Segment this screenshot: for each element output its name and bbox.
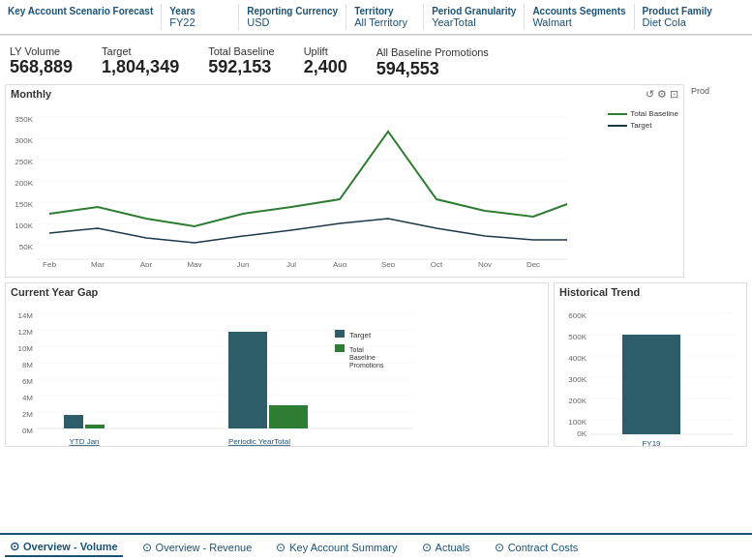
svg-text:Target: Target: [349, 331, 372, 339]
svg-rect-50: [335, 344, 345, 352]
bottom-charts: Current Year Gap 14M 12M 10M 8M 6M 4M 2M…: [0, 282, 752, 447]
kpi-target-value: 1,804,349: [102, 57, 179, 77]
svg-text:YTD Jan: YTD Jan: [69, 437, 99, 446]
svg-text:Apr: Apr: [140, 260, 153, 267]
filter-territory[interactable]: Territory All Territory: [346, 4, 424, 30]
svg-text:50K: 50K: [19, 243, 34, 251]
svg-rect-42: [64, 415, 83, 428]
svg-text:Sep: Sep: [381, 260, 396, 267]
kpi-baseline-label: Total Baseline: [208, 45, 275, 57]
svg-text:Promotions: Promotions: [349, 362, 384, 368]
monthly-chart[interactable]: Monthly ↺ ⚙ ⊡ Total Baseline Target 350K…: [5, 84, 684, 278]
svg-text:Total: Total: [349, 346, 364, 353]
filter-territory-value[interactable]: All Territory: [354, 16, 415, 28]
tab-key-account-summary-label[interactable]: Key Account Summary: [289, 542, 397, 553]
svg-rect-45: [269, 405, 308, 428]
tab-contract-costs-icon: ⊙: [495, 541, 504, 554]
tab-key-account-summary[interactable]: ⊙ Key Account Summary: [271, 539, 402, 556]
svg-text:14M: 14M: [17, 311, 33, 320]
svg-text:300K: 300K: [15, 136, 33, 145]
svg-rect-44: [228, 332, 267, 428]
svg-rect-67: [622, 335, 680, 434]
filter-period[interactable]: Period Granularity YearTotal: [424, 4, 525, 30]
svg-rect-43: [85, 425, 105, 428]
filter-years-value[interactable]: FY22: [169, 16, 230, 28]
gap-chart[interactable]: Current Year Gap 14M 12M 10M 8M 6M 4M 2M…: [5, 282, 549, 447]
trend-chart[interactable]: Historical Trend 600K 500K 400K 300K 200…: [554, 282, 747, 447]
filter-product-value[interactable]: Diet Cola: [643, 16, 743, 28]
svg-text:FY19: FY19: [642, 439, 661, 448]
kpi-ly-volume: LY Volume 568,889: [10, 45, 73, 79]
svg-text:200K: 200K: [15, 179, 33, 188]
tab-overview-revenue-label[interactable]: Overview - Revenue: [156, 542, 253, 553]
svg-text:350K: 350K: [15, 115, 33, 124]
kpi-uplift-label: Uplift: [304, 45, 347, 57]
tab-actuals[interactable]: ⊙ Actuals: [417, 539, 475, 556]
svg-text:6M: 6M: [22, 377, 33, 386]
filter-currency[interactable]: Reporting Currency USD: [239, 4, 346, 30]
svg-text:May: May: [187, 260, 201, 267]
chart-icons[interactable]: ↺ ⚙ ⊡: [646, 88, 678, 101]
settings-icon[interactable]: ⚙: [657, 88, 667, 101]
tab-overview-revenue-icon: ⊙: [142, 541, 152, 554]
monthly-chart-title: Monthly: [6, 85, 683, 103]
gap-chart-title: Current Year Gap: [6, 283, 548, 301]
chart-legend: Total Baseline Target: [608, 109, 678, 133]
svg-rect-48: [335, 330, 345, 338]
filter-currency-label[interactable]: Reporting Currency: [247, 6, 338, 16]
svg-text:100K: 100K: [568, 418, 587, 427]
expand-icon[interactable]: ⊡: [670, 88, 678, 101]
kpi-all-baseline: All Baseline Promotions 594,553: [376, 45, 489, 79]
kpi-all-baseline-label: All Baseline Promotions: [376, 45, 489, 59]
filter-scenario[interactable]: Key Account Scenario Forecast: [0, 4, 162, 30]
kpi-baseline-value: 592,153: [208, 57, 275, 77]
filter-years[interactable]: Years FY22: [162, 4, 239, 30]
kpi-baseline: Total Baseline 592,153: [208, 45, 275, 79]
legend-target-label: Target: [630, 121, 651, 130]
svg-text:0K: 0K: [577, 429, 587, 438]
kpi-target: Target 1,804,349: [102, 45, 179, 79]
filter-years-label[interactable]: Years: [169, 6, 230, 16]
svg-text:Baseline: Baseline: [349, 354, 376, 361]
svg-text:8M: 8M: [22, 361, 33, 369]
tab-key-account-summary-icon: ⊙: [276, 541, 286, 554]
legend-baseline: Total Baseline: [608, 109, 678, 118]
kpi-uplift-value: 2,400: [304, 57, 347, 77]
legend-target: Target: [608, 121, 678, 130]
svg-text:Oct: Oct: [431, 260, 443, 267]
svg-text:Jul: Jul: [286, 260, 296, 267]
tab-contract-costs-label[interactable]: Contract Costs: [508, 542, 579, 553]
svg-text:400K: 400K: [568, 354, 587, 363]
filter-accounts[interactable]: Accounts Segments Walmart: [525, 4, 634, 30]
kpi-all-baseline-value: 594,553: [376, 59, 489, 79]
filter-territory-label[interactable]: Territory: [354, 6, 415, 16]
filter-period-value[interactable]: YearTotal: [432, 16, 516, 28]
filter-accounts-label[interactable]: Accounts Segments: [532, 6, 625, 16]
filter-product[interactable]: Product Family Diet Cola: [635, 4, 751, 30]
monthly-chart-svg: 350K 300K 250K 200K 150K 100K 50K Feb Ma…: [6, 103, 606, 267]
filter-bar: Key Account Scenario Forecast Years FY22…: [0, 0, 752, 35]
filter-period-label[interactable]: Period Granularity: [432, 6, 516, 16]
filter-product-label[interactable]: Product Family: [643, 6, 743, 16]
tab-bar: ⊙ Overview - Volume ⊙ Overview - Revenue…: [0, 533, 752, 560]
tab-overview-volume-label[interactable]: Overview - Volume: [23, 541, 118, 552]
tab-actuals-label[interactable]: Actuals: [436, 542, 470, 553]
tab-overview-volume[interactable]: ⊙ Overview - Volume: [5, 538, 123, 557]
svg-text:0M: 0M: [22, 427, 33, 435]
gap-chart-svg: 14M 12M 10M 8M 6M 4M 2M 0M: [6, 301, 422, 451]
tab-contract-costs[interactable]: ⊙ Contract Costs: [490, 539, 584, 556]
tab-overview-revenue[interactable]: ⊙ Overview - Revenue: [137, 539, 257, 556]
tab-overview-volume-icon: ⊙: [10, 540, 19, 553]
filter-accounts-value[interactable]: Walmart: [532, 16, 625, 28]
filter-scenario-label[interactable]: Key Account Scenario Forecast: [8, 6, 153, 16]
kpi-ly-volume-value: 568,889: [10, 57, 73, 77]
kpi-row: LY Volume 568,889 Target 1,804,349 Total…: [0, 36, 752, 84]
trend-chart-svg: 600K 500K 400K 300K 200K 100K FY19 0K: [555, 301, 743, 451]
refresh-icon[interactable]: ↺: [646, 88, 654, 101]
svg-text:12M: 12M: [17, 328, 33, 337]
svg-text:100K: 100K: [15, 221, 33, 230]
trend-chart-title: Historical Trend: [555, 283, 746, 301]
svg-text:600K: 600K: [568, 311, 587, 320]
filter-currency-value[interactable]: USD: [247, 16, 338, 28]
svg-text:150K: 150K: [15, 200, 33, 209]
